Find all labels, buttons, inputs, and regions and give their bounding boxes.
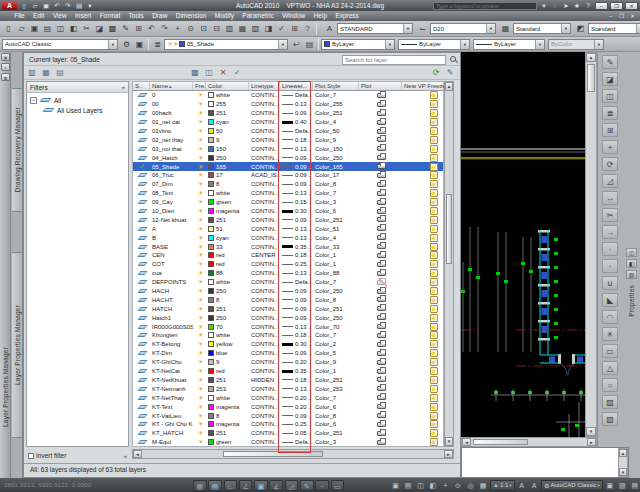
layer-linetype[interactable]: CONTIN..: [249, 153, 280, 162]
layer-linetype[interactable]: CONTIN..: [249, 393, 280, 402]
layer-linetype[interactable]: CONTIN..: [249, 438, 280, 447]
layer-plot-style[interactable]: Color_17: [313, 171, 359, 180]
layer-plot-cell[interactable]: [359, 207, 402, 216]
annotation-scale-combo[interactable]: ▲ 1:1 ▾: [490, 480, 515, 491]
column-header-color[interactable]: Color: [206, 82, 249, 90]
layer-color-cell[interactable]: yellow: [206, 340, 249, 349]
layer-states-icon[interactable]: ▤: [303, 38, 316, 51]
column-header-linetype[interactable]: Linetype: [249, 82, 280, 90]
layer-plot-style[interactable]: Color_7: [313, 393, 359, 402]
layer-color-cell[interactable]: 9: [206, 135, 249, 144]
communication-center-icon[interactable]: ➤: [561, 1, 571, 10]
layer-freeze-cell[interactable]: ☀: [193, 393, 206, 402]
layer-plot-cell[interactable]: [359, 331, 402, 340]
layer-lineweight[interactable]: 0.09 ..: [280, 313, 313, 322]
layer-plot-cell[interactable]: [359, 376, 402, 385]
layer-lineweight[interactable]: 0.35 ..: [280, 367, 313, 376]
chevron-down-icon[interactable]: ▾: [278, 40, 287, 49]
pan-icon[interactable]: +: [171, 22, 184, 35]
layer-freeze-cell[interactable]: ☀: [193, 118, 206, 127]
array-icon[interactable]: ⊞: [602, 123, 618, 137]
zoom-realtime-icon[interactable]: ⊙: [184, 22, 197, 35]
menu-help[interactable]: Help: [309, 11, 331, 21]
layer-plot-style[interactable]: Color_165: [313, 162, 359, 171]
layer-color-cell[interactable]: magenta: [206, 420, 249, 429]
move-icon[interactable]: +: [602, 140, 618, 154]
layer-lineweight[interactable]: 0.09 ..: [280, 215, 313, 224]
layer-lineweight[interactable]: 0.05 ..: [280, 429, 313, 438]
menu-tools[interactable]: Tools: [124, 11, 148, 21]
layer-plot-style[interactable]: Color_251: [313, 304, 359, 313]
layer-newvp-cell[interactable]: [402, 340, 444, 349]
scale-icon[interactable]: ◿: [602, 174, 618, 188]
layer-row[interactable]: 00hach☀251CONTIN..0.09 ..Color_251: [133, 109, 443, 118]
layer-plot-cell[interactable]: [359, 91, 402, 100]
layer-lineweight[interactable]: 0.18 ..: [280, 331, 313, 340]
layer-plot-style[interactable]: Color_150: [313, 144, 359, 153]
layer-linetype[interactable]: CONTIN..: [249, 349, 280, 358]
layer-newvp-cell[interactable]: [402, 215, 444, 224]
autocad-logo[interactable]: A: [2, 1, 17, 10]
design-center-icon[interactable]: ▦: [236, 22, 249, 35]
trim-icon[interactable]: ✂: [602, 208, 618, 222]
layer-row[interactable]: COT☀redCONTIN..0.25 ..Color_1: [133, 260, 443, 269]
circle-icon[interactable]: ○: [602, 378, 618, 392]
layer-plot-cell[interactable]: [359, 402, 402, 411]
lineweight-combo[interactable]: ByLayer ▾: [473, 39, 545, 50]
layer-plot-cell[interactable]: [359, 118, 402, 127]
ducs-toggle[interactable]: ◿: [285, 480, 299, 491]
break-icon[interactable]: ◦: [602, 259, 618, 273]
infocenter-help-icon[interactable]: ?: [583, 1, 593, 10]
layer-plot-cell[interactable]: [359, 269, 402, 278]
layer-color-cell[interactable]: white: [206, 331, 249, 340]
menu-file[interactable]: File: [10, 11, 29, 21]
layer-row[interactable]: 08_Text☀whiteCONTIN..0.13 ..Color_7: [133, 189, 443, 198]
layer-newvp-cell[interactable]: [402, 242, 444, 251]
new-property-filter-icon[interactable]: ▥: [26, 67, 38, 79]
qat-dropdown-icon[interactable]: ▾: [85, 1, 95, 10]
workspace-save-icon[interactable]: ▣: [133, 38, 146, 51]
layer-freeze-cell[interactable]: ☀: [193, 322, 206, 331]
layer-freeze-cell[interactable]: ☀: [193, 153, 206, 162]
drawing-vscrollbar[interactable]: ▲ ▼: [585, 52, 597, 437]
save-icon[interactable]: ▣: [28, 22, 41, 35]
layer-linetype[interactable]: CONTIN..: [249, 331, 280, 340]
binoculars-search-icon[interactable]: ◌: [550, 1, 560, 10]
layer-lineweight[interactable]: 0.35 ..: [280, 242, 313, 251]
layer-plot-style[interactable]: Color_250: [313, 153, 359, 162]
lwt-toggle[interactable]: −: [315, 480, 329, 491]
layer-freeze-cell[interactable]: ☀: [193, 91, 206, 100]
layer-plot-style[interactable]: Color_1: [313, 251, 359, 260]
layer-plot-cell[interactable]: [359, 180, 402, 189]
layer-color-cell[interactable]: 165: [206, 162, 249, 171]
tab-drawing-recovery-manager[interactable]: Drawing Recovery Manager: [12, 88, 23, 212]
layer-color-cell[interactable]: 70: [206, 322, 249, 331]
layer-color-cell[interactable]: 251: [206, 304, 249, 313]
layer-color-cell[interactable]: magenta: [206, 402, 249, 411]
layer-freeze-cell[interactable]: ☀: [193, 135, 206, 144]
layer-row[interactable]: KT-Dim☀blueCONTIN..0.09 ..Color_5: [133, 349, 443, 358]
layer-linetype[interactable]: CONTIN..: [249, 411, 280, 420]
layer-color-cell[interactable]: white: [206, 91, 249, 100]
stretch-icon[interactable]: ↔: [602, 191, 618, 205]
cut-icon[interactable]: ✂: [80, 22, 93, 35]
layer-newvp-cell[interactable]: [402, 91, 444, 100]
layer-color-cell[interactable]: 251: [206, 215, 249, 224]
layer-plot-style[interactable]: Color_3: [313, 438, 359, 447]
redo-icon[interactable]: ↷: [63, 1, 73, 10]
layer-lineweight[interactable]: 0.09 ..: [280, 304, 313, 313]
layer-linetype[interactable]: CONTIN..: [249, 207, 280, 216]
layer-color-cell[interactable]: 250: [206, 287, 249, 296]
layer-newvp-cell[interactable]: [402, 393, 444, 402]
offset-icon[interactable]: ≣: [602, 106, 618, 120]
layer-row[interactable]: KT_HATCH☀251CONTIN..0.05 ..Color_251: [133, 429, 443, 438]
layer-freeze-cell[interactable]: ☀: [193, 198, 206, 207]
layer-row[interactable]: HACHT☀8CONTIN..0.09 ..Color_8: [133, 295, 443, 304]
layer-linetype[interactable]: CONTIN..: [249, 402, 280, 411]
layer-freeze-cell[interactable]: ☀: [193, 242, 206, 251]
settings-icon[interactable]: ✎: [444, 67, 456, 79]
layer-lineweight[interactable]: 0.40 ..: [280, 118, 313, 127]
new-layer-icon[interactable]: ▩: [189, 67, 201, 79]
layer-color-cell[interactable]: 255: [206, 100, 249, 109]
layer-lineweight[interactable]: 0.30 ..: [280, 207, 313, 216]
